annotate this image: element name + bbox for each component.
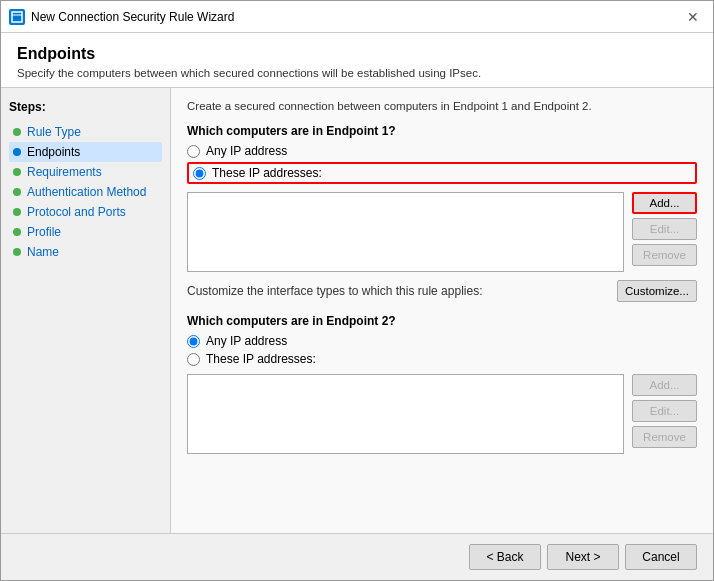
endpoint1-ip-list-row: Add... Edit... Remove xyxy=(187,192,697,272)
sidebar-item-protocol-ports[interactable]: Protocol and Ports xyxy=(9,202,162,222)
endpoint2-buttons: Add... Edit... Remove xyxy=(632,374,697,448)
endpoint1-any-ip-label: Any IP address xyxy=(206,144,287,158)
sidebar-item-label: Profile xyxy=(27,225,61,239)
content-area: Steps: Rule Type Endpoints Requirements … xyxy=(1,88,713,533)
endpoint2-ip-list-row: Add... Edit... Remove xyxy=(187,374,697,454)
endpoint2-remove-button[interactable]: Remove xyxy=(632,426,697,448)
sidebar-item-profile[interactable]: Profile xyxy=(9,222,162,242)
next-button[interactable]: Next > xyxy=(547,544,619,570)
sidebar-item-requirements[interactable]: Requirements xyxy=(9,162,162,182)
page-subtitle: Specify the computers between which secu… xyxy=(17,67,697,79)
customize-label: Customize the interface types to which t… xyxy=(187,284,482,298)
wizard-window: New Connection Security Rule Wizard ✕ En… xyxy=(0,0,714,581)
endpoint2-radio-group: Any IP address These IP addresses: xyxy=(187,334,697,366)
sidebar-item-label: Protocol and Ports xyxy=(27,205,126,219)
customize-row: Customize the interface types to which t… xyxy=(187,280,697,302)
main-content: Create a secured connection between comp… xyxy=(171,88,713,533)
endpoint2-title: Which computers are in Endpoint 2? xyxy=(187,314,697,328)
endpoint2-these-ip-radio[interactable] xyxy=(187,353,200,366)
endpoint2-these-ip-label: These IP addresses: xyxy=(206,352,316,366)
step-indicator xyxy=(13,228,21,236)
endpoint1-these-ip-option[interactable]: These IP addresses: xyxy=(187,162,697,184)
info-text: Create a secured connection between comp… xyxy=(187,100,697,112)
endpoint2-edit-button[interactable]: Edit... xyxy=(632,400,697,422)
step-indicator xyxy=(13,148,21,156)
step-indicator xyxy=(13,248,21,256)
endpoint1-edit-button[interactable]: Edit... xyxy=(632,218,697,240)
sidebar-item-label: Rule Type xyxy=(27,125,81,139)
step-indicator xyxy=(13,168,21,176)
sidebar-item-auth-method[interactable]: Authentication Method xyxy=(9,182,162,202)
footer: < Back Next > Cancel xyxy=(1,533,713,580)
endpoint2-any-ip-option[interactable]: Any IP address xyxy=(187,334,697,348)
title-bar: New Connection Security Rule Wizard ✕ xyxy=(1,1,713,33)
sidebar: Steps: Rule Type Endpoints Requirements … xyxy=(1,88,171,533)
sidebar-item-name[interactable]: Name xyxy=(9,242,162,262)
cancel-button[interactable]: Cancel xyxy=(625,544,697,570)
page-header: Endpoints Specify the computers between … xyxy=(1,33,713,88)
svg-rect-0 xyxy=(12,12,22,22)
sidebar-item-label: Requirements xyxy=(27,165,102,179)
window-icon xyxy=(9,9,25,25)
endpoint1-ip-list-box[interactable] xyxy=(187,192,624,272)
customize-button[interactable]: Customize... xyxy=(617,280,697,302)
endpoint1-buttons: Add... Edit... Remove xyxy=(632,192,697,266)
endpoint1-these-ip-label: These IP addresses: xyxy=(212,166,322,180)
sidebar-item-label: Endpoints xyxy=(27,145,80,159)
back-button[interactable]: < Back xyxy=(469,544,541,570)
sidebar-item-label: Name xyxy=(27,245,59,259)
endpoint2-ip-list-box[interactable] xyxy=(187,374,624,454)
endpoint2-any-ip-radio[interactable] xyxy=(187,335,200,348)
endpoint1-these-ip-radio[interactable] xyxy=(193,167,206,180)
endpoint1-add-button[interactable]: Add... xyxy=(632,192,697,214)
sidebar-item-endpoints[interactable]: Endpoints xyxy=(9,142,162,162)
step-indicator xyxy=(13,188,21,196)
window-title: New Connection Security Rule Wizard xyxy=(31,10,681,24)
sidebar-heading: Steps: xyxy=(9,100,162,114)
endpoint1-any-ip-radio[interactable] xyxy=(187,145,200,158)
page-title: Endpoints xyxy=(17,45,697,63)
endpoint1-remove-button[interactable]: Remove xyxy=(632,244,697,266)
endpoint2-any-ip-label: Any IP address xyxy=(206,334,287,348)
step-indicator xyxy=(13,208,21,216)
sidebar-item-rule-type[interactable]: Rule Type xyxy=(9,122,162,142)
sidebar-item-label: Authentication Method xyxy=(27,185,146,199)
endpoint1-radio-group: Any IP address These IP addresses: xyxy=(187,144,697,184)
endpoint1-any-ip-option[interactable]: Any IP address xyxy=(187,144,697,158)
step-indicator xyxy=(13,128,21,136)
endpoint2-these-ip-option[interactable]: These IP addresses: xyxy=(187,352,697,366)
endpoint2-add-button[interactable]: Add... xyxy=(632,374,697,396)
close-button[interactable]: ✕ xyxy=(681,5,705,29)
endpoint1-title: Which computers are in Endpoint 1? xyxy=(187,124,697,138)
